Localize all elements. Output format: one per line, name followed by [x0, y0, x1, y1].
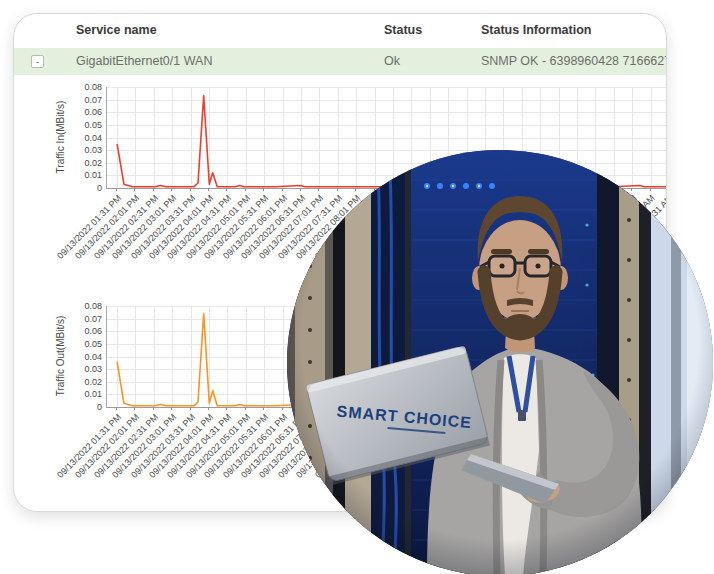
- x-tick-mark: [171, 188, 172, 191]
- x-tick-mark: [208, 188, 209, 191]
- x-tick-mark: [337, 188, 338, 191]
- x-tick-mark: [263, 188, 264, 191]
- traffic-in-axis-title: Traffic In(MBit/s): [55, 101, 66, 174]
- y-tick-label: 0.04: [66, 352, 102, 362]
- column-header-status: Status: [384, 23, 422, 37]
- x-tick-mark: [226, 407, 227, 410]
- x-tick-mark: [116, 407, 117, 410]
- x-tick-mark: [263, 407, 264, 410]
- y-tick-label: 0: [66, 402, 102, 412]
- x-tick-mark: [650, 188, 651, 191]
- x-tick-mark: [282, 188, 283, 191]
- table-header: Service name Status Status Information: [14, 14, 666, 47]
- status-information-cell: SNMP OK - 6398960428 716662786: [481, 54, 667, 68]
- column-header-status-information: Status Information: [481, 23, 591, 37]
- service-name-cell: GigabitEthernet0/1 WAN: [76, 54, 212, 68]
- x-tick-mark: [134, 407, 135, 410]
- monitoring-screenshot: Service name Status Status Information -…: [0, 0, 714, 574]
- x-tick-mark: [318, 188, 319, 191]
- x-tick-mark: [226, 188, 227, 191]
- x-tick-mark: [153, 407, 154, 410]
- y-tick-label: 0.06: [66, 107, 102, 117]
- x-tick-mark: [208, 407, 209, 410]
- y-tick-label: 0.06: [66, 326, 102, 336]
- status-cell: Ok: [384, 54, 400, 68]
- x-tick-mark: [245, 407, 246, 410]
- x-tick-mark: [190, 407, 191, 410]
- x-tick-mark: [282, 407, 283, 410]
- y-tick-label: 0.07: [66, 95, 102, 105]
- y-tick-label: 0: [66, 183, 102, 193]
- x-tick-mark: [153, 188, 154, 191]
- technician-photo: SMART CHOICE: [287, 150, 713, 574]
- traffic-out-axis-title: Traffic Out(MBit/s): [55, 316, 66, 397]
- y-tick-label: 0.08: [66, 301, 102, 311]
- x-tick-mark: [245, 188, 246, 191]
- x-tick-mark: [300, 188, 301, 191]
- x-tick-mark: [631, 188, 632, 191]
- y-tick-label: 0.08: [66, 82, 102, 92]
- y-tick-label: 0.01: [66, 389, 102, 399]
- y-tick-label: 0.01: [66, 170, 102, 180]
- y-tick-label: 0.02: [66, 158, 102, 168]
- x-tick-mark: [355, 188, 356, 191]
- x-tick-mark: [190, 188, 191, 191]
- y-tick-label: 0.02: [66, 377, 102, 387]
- y-tick-label: 0.05: [66, 120, 102, 130]
- y-tick-label: 0.05: [66, 339, 102, 349]
- y-tick-label: 0.03: [66, 364, 102, 374]
- x-tick-mark: [116, 188, 117, 191]
- y-tick-label: 0.03: [66, 145, 102, 155]
- table-row[interactable]: - GigabitEthernet0/1 WAN Ok SNMP OK - 63…: [14, 48, 666, 75]
- x-tick-mark: [171, 407, 172, 410]
- y-tick-label: 0.04: [66, 133, 102, 143]
- server-room-illustration: SMART CHOICE: [287, 150, 713, 574]
- y-tick-label: 0.07: [66, 314, 102, 324]
- column-header-service-name: Service name: [76, 23, 157, 37]
- collapse-toggle-button[interactable]: -: [31, 55, 44, 68]
- x-tick-mark: [134, 188, 135, 191]
